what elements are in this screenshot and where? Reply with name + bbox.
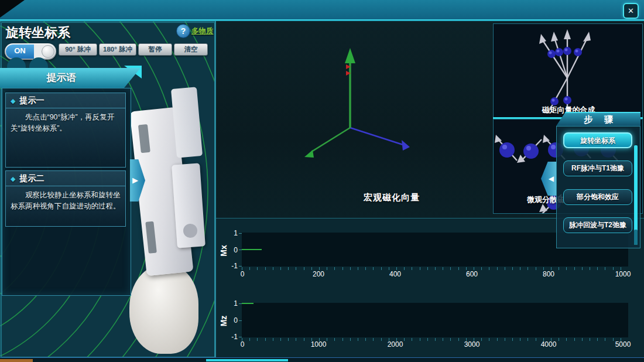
steps-panel-body: 旋转坐标系 RF脉冲与T1弛豫 部分饱和效应 脉冲回波与T2弛豫 bbox=[556, 126, 640, 248]
coil-side-block bbox=[172, 163, 205, 248]
bottom-strip bbox=[0, 357, 644, 362]
mz-ytick: 0 bbox=[225, 316, 238, 325]
y-axis-blue bbox=[350, 128, 403, 145]
mz-series-line bbox=[242, 303, 254, 304]
play-left-icon: ◀ bbox=[549, 175, 554, 183]
rotating-frame-toggle[interactable]: ON bbox=[5, 43, 56, 60]
top-accent-line bbox=[0, 19, 644, 21]
pause-button[interactable]: 暂停 bbox=[138, 43, 172, 56]
toggle-on-label: ON bbox=[6, 45, 34, 59]
hint-title: 提示二 bbox=[19, 173, 44, 183]
play-right-icon: ▶ bbox=[132, 176, 138, 185]
hint-title-row: ◆提示一 bbox=[6, 93, 125, 108]
steps-panel: 步 骤 旋转坐标系 RF脉冲与T1弛豫 部分饱和效应 脉冲回波与T2弛豫 bbox=[556, 112, 640, 248]
hint-title-row: ◆提示二 bbox=[6, 171, 125, 186]
mx-xtick: 200 bbox=[313, 270, 324, 278]
page-title: 旋转坐标系 bbox=[6, 24, 70, 42]
vector-synthesis-panel: 磁矩向量的合成 bbox=[493, 23, 643, 118]
mz-xtick: 1000 bbox=[311, 340, 327, 349]
hint-box-2: ◆提示二 观察比较静止坐标系和旋转坐标系两种视角下自旋进动的过程。 bbox=[5, 170, 126, 227]
step-button-rf-t1[interactable]: RF脉冲与T1弛豫 bbox=[563, 160, 632, 176]
pulse-180-button[interactable]: 180° 脉冲 bbox=[99, 43, 136, 56]
top-bar bbox=[0, 0, 644, 19]
mz-xtick: 3000 bbox=[464, 340, 480, 349]
hint-text: 观察比较静止坐标系和旋转坐标系两种视角下自旋进动的过程。 bbox=[6, 186, 125, 216]
help-icon[interactable]: ? bbox=[176, 24, 190, 38]
multi-substance-link[interactable]: 多物质 bbox=[191, 26, 214, 36]
bottom-strip-cyan bbox=[206, 359, 288, 361]
patient-shoulder bbox=[129, 265, 198, 354]
mx-ytick: 1 bbox=[225, 229, 238, 237]
toggle-knob[interactable] bbox=[42, 45, 54, 58]
macro-caption: 宏观磁化向量 bbox=[304, 192, 479, 203]
hint-text: 先点击“90°脉冲”，再反复开关“旋转坐标系”。 bbox=[6, 108, 125, 138]
mz-xtick: 0 bbox=[241, 340, 245, 349]
hint-title: 提示一 bbox=[19, 95, 44, 105]
mx-xtick: 800 bbox=[543, 270, 554, 278]
bottom-strip-orange bbox=[0, 359, 33, 362]
mx-series-line bbox=[242, 249, 262, 250]
mx-minor-ticks bbox=[242, 267, 628, 270]
x-axis-green bbox=[311, 128, 350, 152]
mz-plot-area bbox=[242, 303, 628, 337]
mx-ytick: -1 bbox=[225, 262, 238, 270]
mz-ytick: -1 bbox=[225, 333, 238, 341]
hint-panel-body: ◆提示一 先点击“90°脉冲”，再反复开关“旋转坐标系”。 ◆提示二 观察比较静… bbox=[2, 88, 131, 296]
diamond-icon: ◆ bbox=[11, 97, 15, 104]
mx-xtick: 600 bbox=[466, 270, 478, 278]
steps-panel-title: 步 骤 bbox=[556, 112, 640, 126]
diamond-icon: ◆ bbox=[11, 175, 15, 182]
toggle-track: ON bbox=[6, 45, 55, 59]
vector-synthesis-graphic bbox=[494, 24, 642, 112]
proton-spheres bbox=[547, 47, 582, 105]
steps-scrollbar[interactable] bbox=[634, 145, 638, 245]
app-window: 旋转坐标系 ON 90° 脉冲 180° 脉冲 暂停 清空 ? 多物质 提示语 … bbox=[0, 0, 644, 362]
clear-button[interactable]: 清空 bbox=[174, 43, 208, 56]
coil-slot bbox=[145, 221, 157, 254]
mx-xtick: 0 bbox=[241, 270, 245, 278]
mx-xtick: 400 bbox=[389, 270, 401, 278]
close-button[interactable]: ✕ bbox=[623, 3, 639, 19]
coil-hole bbox=[183, 223, 198, 238]
step-button-echo-t2[interactable]: 脉冲回波与T2弛豫 bbox=[563, 217, 632, 233]
mz-xtick: 2000 bbox=[388, 340, 403, 349]
step-button-partial-saturation[interactable]: 部分饱和效应 bbox=[563, 189, 632, 205]
hint-panel-title: 提示语 bbox=[0, 68, 141, 88]
hint-box-1: ◆提示一 先点击“90°脉冲”，再反复开关“旋转坐标系”。 bbox=[5, 93, 126, 168]
pulse-90-button[interactable]: 90° 脉冲 bbox=[59, 43, 97, 56]
coil-slot bbox=[138, 124, 150, 153]
mz-ytick: 1 bbox=[225, 299, 238, 308]
coordinate-axes bbox=[263, 41, 439, 205]
mz-xtick: 5000 bbox=[615, 340, 631, 349]
step-button-rotating-frame[interactable]: 旋转坐标系 bbox=[563, 132, 632, 148]
mx-xtick: 1000 bbox=[615, 270, 631, 278]
mx-ytick: 0 bbox=[225, 246, 238, 254]
steps-scrollbar-thumb[interactable] bbox=[634, 230, 638, 245]
mz-xtick: 4000 bbox=[541, 340, 557, 349]
mz-minor-ticks bbox=[242, 338, 628, 341]
